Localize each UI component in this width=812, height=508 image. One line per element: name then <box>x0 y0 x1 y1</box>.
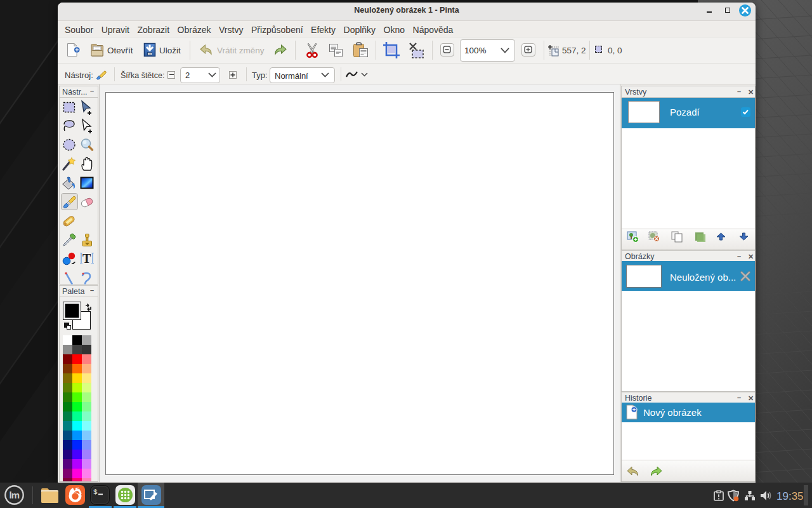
svg-text:$: $ <box>93 488 98 496</box>
svg-text:lm: lm <box>10 490 20 500</box>
